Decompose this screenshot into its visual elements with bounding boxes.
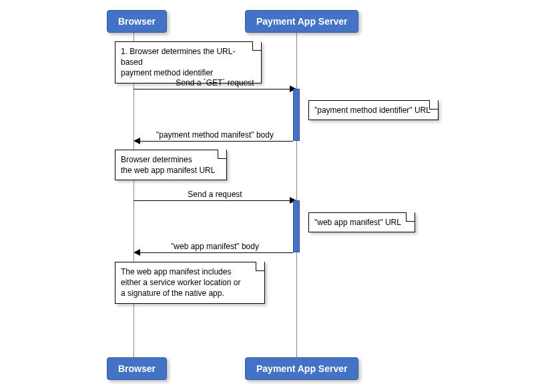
participant-label: Browser bbox=[118, 16, 156, 27]
note-text: The web app manifest includes either a s… bbox=[121, 267, 240, 298]
msg-label-pm-manifest: "payment method manifest" body bbox=[134, 130, 296, 140]
note-wam-url: "web app manifest" URL bbox=[308, 212, 415, 232]
note-determine-wam-url: Browser determines the web app manifest … bbox=[115, 150, 227, 180]
note-text: "web app manifest" URL bbox=[314, 218, 401, 227]
note-fold-icon bbox=[256, 262, 265, 271]
msg-wam-body bbox=[140, 252, 293, 253]
msg-get-request bbox=[134, 89, 291, 89]
note-fold-icon bbox=[252, 41, 262, 51]
note-fold-icon bbox=[406, 212, 415, 222]
note-text: Browser determines the web app manifest … bbox=[121, 155, 215, 175]
participant-server-top: Payment App Server bbox=[245, 10, 358, 33]
note-fold-icon bbox=[429, 100, 439, 110]
lifeline-server bbox=[296, 30, 297, 357]
participant-browser-bottom: Browser bbox=[107, 357, 167, 380]
participant-label: Payment App Server bbox=[256, 363, 347, 374]
msg-label-send-req: Send a request bbox=[134, 190, 296, 199]
note-wam-includes: The web app manifest includes either a s… bbox=[115, 262, 265, 304]
participant-label: Payment App Server bbox=[256, 16, 347, 27]
note-text: "payment method identifier" URL bbox=[314, 106, 431, 115]
participant-browser-top: Browser bbox=[107, 10, 167, 33]
arrow-icon bbox=[134, 138, 140, 144]
sequence-diagram: Browser Payment App Server 1. Browser de… bbox=[0, 0, 534, 392]
note-pm-id-url: "payment method identifier" URL bbox=[308, 100, 439, 120]
msg-label-get: Send a `GET` request bbox=[134, 78, 296, 87]
note-text: 1. Browser determines the URL-based paym… bbox=[121, 47, 235, 77]
msg-pm-manifest bbox=[140, 141, 293, 142]
participant-server-bottom: Payment App Server bbox=[245, 357, 358, 380]
note-determine-pm-id: 1. Browser determines the URL-based paym… bbox=[115, 41, 262, 83]
msg-label-wam-body: "web app manifest" body bbox=[134, 242, 296, 251]
msg-send-request bbox=[134, 200, 291, 201]
participant-label: Browser bbox=[118, 363, 156, 374]
arrow-icon bbox=[134, 249, 140, 256]
note-fold-icon bbox=[218, 150, 227, 159]
